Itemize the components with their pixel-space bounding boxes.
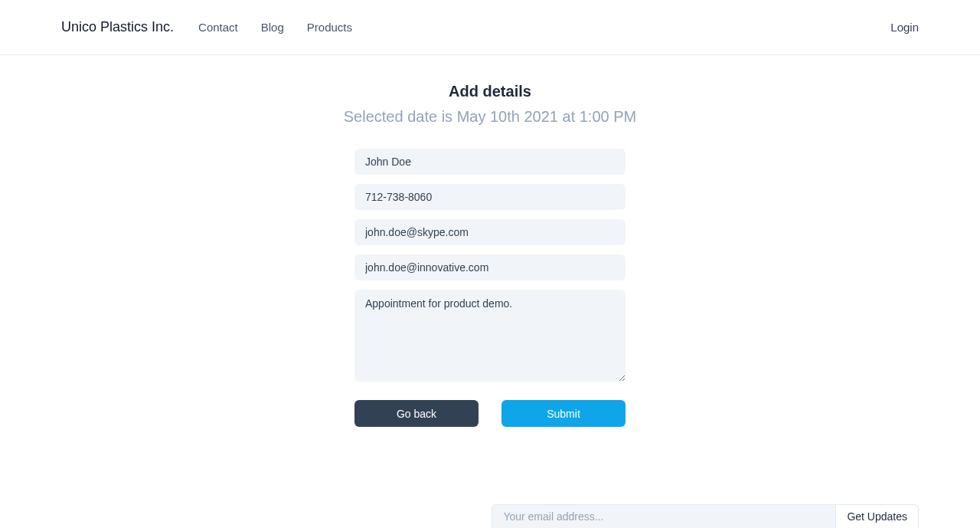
skype-input[interactable] <box>354 219 626 245</box>
go-back-button[interactable]: Go back <box>354 400 479 427</box>
phone-input[interactable] <box>354 184 626 210</box>
submit-button[interactable]: Submit <box>501 400 626 427</box>
button-row: Go back Submit <box>354 400 626 427</box>
brand-name[interactable]: Unico Plastics Inc. <box>61 19 174 35</box>
get-updates-button[interactable]: Get Updates <box>836 504 919 528</box>
name-input[interactable] <box>354 149 626 175</box>
header: Unico Plastics Inc. Contact Blog Product… <box>0 0 980 55</box>
login-link[interactable]: Login <box>890 21 919 34</box>
notes-textarea[interactable]: Appointment for product demo. <box>354 290 626 382</box>
nav-blog[interactable]: Blog <box>261 21 284 34</box>
page-subtitle: Selected date is May 10th 2021 at 1:00 P… <box>344 108 636 126</box>
page-title: Add details <box>449 83 531 100</box>
email-input[interactable] <box>354 254 626 280</box>
nav: Contact Blog Products <box>198 21 890 34</box>
newsletter-bar: Get Updates <box>492 504 919 528</box>
newsletter-email-input[interactable] <box>492 504 836 528</box>
main-content: Add details Selected date is May 10th 20… <box>0 55 980 427</box>
nav-contact[interactable]: Contact <box>198 21 238 34</box>
details-form: Appointment for product demo. Go back Su… <box>354 149 626 427</box>
nav-products[interactable]: Products <box>307 21 352 34</box>
